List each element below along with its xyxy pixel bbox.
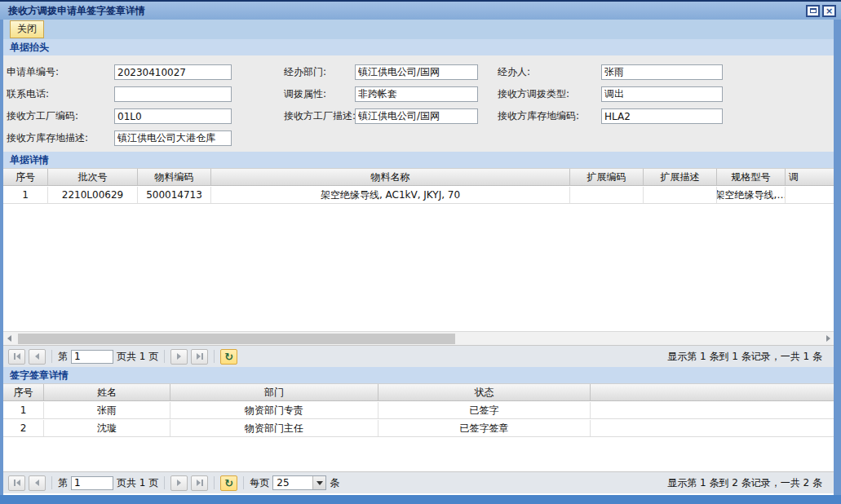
- column-header-ext-desc[interactable]: 扩展描述: [644, 169, 717, 185]
- pager-separator: [51, 476, 52, 489]
- next-page-button[interactable]: [170, 475, 188, 491]
- scroll-left-arrow[interactable]: [3, 333, 15, 345]
- cell-seq: 1: [3, 402, 44, 418]
- receiver-storage-desc-input[interactable]: [114, 130, 232, 146]
- cell-spec: 架空绝缘导线,…: [717, 187, 786, 203]
- last-page-icon: [201, 353, 203, 360]
- per-page-prefix: 每页: [250, 476, 269, 490]
- signature-record-summary: 显示第 1 条到 2 条记录，一共 2 条: [667, 472, 822, 494]
- last-page-button[interactable]: [191, 349, 208, 365]
- page-number-input[interactable]: [71, 476, 113, 490]
- cell-material-name: 架空绝缘导线, AC1kV, JKYJ, 70: [211, 187, 570, 203]
- prev-page-button[interactable]: [29, 475, 46, 491]
- restore-icon: [810, 8, 817, 13]
- column-header-seq[interactable]: 序号: [3, 384, 44, 400]
- prev-page-icon: [35, 353, 39, 360]
- first-page-icon: [14, 480, 15, 486]
- detail-grid-header: 序号 批次号 物料编码 物料名称 扩展编码 扩展描述 规格型号 调: [3, 168, 834, 186]
- detail-grid-body-empty: [3, 205, 834, 331]
- page-number-input[interactable]: [71, 350, 113, 364]
- column-header-batch[interactable]: 批次号: [48, 169, 138, 185]
- field-receiver-transfer-type: 接收方调拨类型:: [3, 86, 834, 102]
- cell-dept: 物资部门主任: [170, 420, 378, 436]
- cell-name: 沈璇: [44, 420, 170, 436]
- window-border-bottom: [0, 495, 841, 504]
- per-page-dropdown-button[interactable]: [312, 476, 325, 489]
- pager-separator: [164, 350, 165, 363]
- section-header-bar: 单据抬头: [3, 39, 834, 55]
- column-header-spec[interactable]: 规格型号: [717, 169, 786, 185]
- last-page-button[interactable]: [191, 475, 208, 491]
- pager-separator: [243, 476, 244, 489]
- dialog-window: 接收方调拨申请单签字签章详情 × 关闭 单据抬头 申请单编号: 经办部门: 经办…: [0, 0, 841, 504]
- pager-separator: [164, 476, 165, 489]
- restore-button[interactable]: [806, 5, 820, 17]
- column-header-ext-code[interactable]: 扩展编码: [570, 169, 644, 185]
- close-button[interactable]: 关闭: [10, 20, 44, 38]
- signature-grid-body-empty: [3, 438, 834, 471]
- receiver-transfer-type-input[interactable]: [601, 86, 723, 102]
- triangle-left-icon: [7, 335, 11, 342]
- column-header-name[interactable]: 姓名: [44, 384, 170, 400]
- pager-separator: [51, 350, 52, 363]
- scroll-right-arrow[interactable]: [822, 333, 834, 345]
- signature-grid-header: 序号 姓名 部门 状态: [3, 383, 834, 401]
- prev-page-button[interactable]: [29, 349, 46, 365]
- next-page-icon: [177, 353, 181, 360]
- column-header-dept[interactable]: 部门: [170, 384, 378, 400]
- handler-input[interactable]: [601, 64, 723, 80]
- cell-seq: 2: [3, 420, 44, 436]
- field-label: 经办人:: [498, 65, 530, 79]
- field-label: 接收方调拨类型:: [498, 87, 569, 101]
- column-header-material-code[interactable]: 物料编码: [138, 169, 211, 185]
- per-page-value: 25: [273, 477, 312, 489]
- page-prefix: 第: [58, 350, 68, 364]
- cell-ext-desc: [644, 187, 717, 203]
- column-header-clipped[interactable]: 调: [786, 169, 834, 185]
- scrollbar-thumb[interactable]: [18, 334, 455, 344]
- cell-batch: 2210L00629: [48, 187, 138, 203]
- last-page-icon-arrow: [197, 353, 201, 360]
- cell-seq: 1: [3, 187, 48, 203]
- refresh-button[interactable]: ↻: [220, 475, 237, 491]
- first-page-button[interactable]: [8, 349, 25, 365]
- close-icon: ×: [826, 7, 833, 15]
- window-title: 接收方调拨申请单签字签章详情: [8, 4, 145, 18]
- detail-table-row[interactable]: 1 2210L00629 500014713 架空绝缘导线, AC1kV, JK…: [3, 187, 834, 204]
- dialog-toolbar: 关闭: [3, 20, 834, 39]
- field-label: 接收方库存地编码:: [498, 109, 579, 123]
- section-signature-title: 签字签章详情: [10, 369, 69, 382]
- first-page-button[interactable]: [8, 475, 25, 491]
- field-receiver-storage-code: 接收方库存地编码:: [3, 108, 834, 124]
- detail-horizontal-scrollbar[interactable]: [3, 331, 834, 345]
- column-header-material-name[interactable]: 物料名称: [211, 169, 570, 185]
- close-window-button[interactable]: ×: [822, 5, 836, 17]
- refresh-icon: ↻: [224, 478, 233, 489]
- signature-table-row[interactable]: 2 沈璇 物资部门主任 已签字签章: [3, 420, 834, 437]
- window-border-right: [834, 2, 841, 495]
- column-header-status[interactable]: 状态: [378, 384, 591, 400]
- first-page-icon: [14, 353, 15, 360]
- per-page-select[interactable]: 25: [272, 475, 326, 490]
- detail-record-summary: 显示第 1 条到 1 条记录，一共 1 条: [667, 346, 822, 368]
- refresh-icon: ↻: [224, 351, 233, 362]
- signature-table-row[interactable]: 1 张雨 物资部门专责 已签字: [3, 402, 834, 419]
- cell-status: 已签字签章: [378, 420, 591, 436]
- pager-separator: [214, 476, 215, 489]
- receiver-storage-code-input[interactable]: [601, 108, 723, 124]
- page-suffix: 页共 1 页: [117, 350, 158, 364]
- last-page-icon-arrow: [197, 480, 201, 486]
- signature-pager: 第 页共 1 页 ↻ 每页 25 条 显示第 1 条到 2 条记录，一共 2 条: [3, 471, 834, 493]
- page-suffix: 页共 1 页: [117, 476, 158, 490]
- refresh-button[interactable]: ↻: [220, 349, 237, 365]
- cell-name: 张雨: [44, 402, 170, 418]
- first-page-icon-arrow: [16, 480, 20, 486]
- window-controls: ×: [806, 5, 836, 17]
- window-titlebar[interactable]: 接收方调拨申请单签字签章详情 ×: [0, 2, 841, 20]
- next-page-button[interactable]: [170, 349, 188, 365]
- field-receiver-storage-desc: 接收方库存地描述:: [3, 130, 834, 146]
- field-label: 接收方库存地描述:: [7, 131, 88, 145]
- cell-status: 已签字: [378, 402, 591, 418]
- column-header-seq[interactable]: 序号: [3, 169, 48, 185]
- next-page-icon: [177, 480, 181, 486]
